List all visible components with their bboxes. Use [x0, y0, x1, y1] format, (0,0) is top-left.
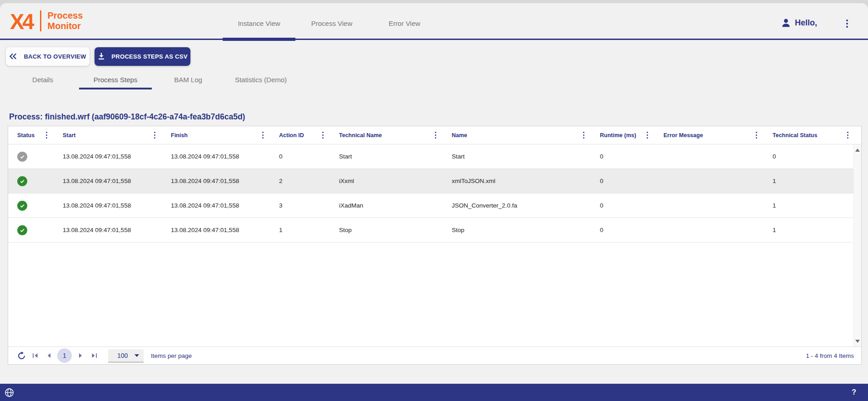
first-page-button[interactable] — [28, 349, 42, 362]
column-label: Finish — [171, 132, 188, 139]
column-menu-icon[interactable] — [583, 131, 585, 139]
cell-start: 13.08.2024 09:47:01,558 — [54, 144, 162, 168]
status-check-icon — [17, 152, 27, 162]
logo-divider — [40, 10, 41, 31]
tab-process-view-label: Process View — [311, 20, 353, 27]
column-menu-icon[interactable] — [756, 131, 758, 139]
last-page-button[interactable] — [87, 349, 101, 362]
cell-action-id: 2 — [270, 169, 330, 193]
table-row[interactable]: 13.08.2024 09:47:01,558 13.08.2024 09:47… — [8, 169, 861, 193]
cell-runtime: 0 — [591, 193, 654, 218]
column-menu-icon[interactable] — [847, 131, 849, 139]
back-to-overview-button[interactable]: BACK TO OVERVIEW — [6, 47, 90, 66]
column-header-name[interactable]: Name — [443, 126, 591, 144]
cell-action-id: 1 — [270, 218, 330, 242]
column-menu-icon[interactable] — [435, 131, 437, 139]
overflow-menu-icon[interactable] — [846, 19, 848, 29]
language-button[interactable] — [5, 388, 14, 397]
cell-error-message — [654, 193, 763, 218]
process-steps-csv-button[interactable]: PROCESS STEPS AS CSV — [95, 47, 190, 66]
csv-button-label: PROCESS STEPS AS CSV — [111, 53, 187, 60]
cell-action-id: 3 — [270, 193, 330, 218]
cell-finish: 13.08.2024 09:47:01,558 — [162, 193, 270, 218]
table-row[interactable]: 13.08.2024 09:47:01,558 13.08.2024 09:47… — [8, 193, 861, 218]
column-menu-icon[interactable] — [46, 131, 48, 139]
column-label: Action ID — [279, 132, 304, 139]
column-menu-icon[interactable] — [647, 131, 649, 139]
cell-technical-status: 0 — [763, 144, 861, 168]
next-page-button[interactable] — [74, 349, 87, 362]
column-header-status[interactable]: Status — [8, 126, 54, 144]
user-menu[interactable]: Hello, — [781, 3, 817, 39]
current-page-button[interactable]: 1 — [57, 348, 72, 363]
column-label: Status — [17, 132, 35, 139]
tab-error-view[interactable]: Error View — [368, 3, 441, 39]
column-header-error-message[interactable]: Error Message — [654, 126, 763, 144]
refresh-button[interactable] — [15, 349, 28, 362]
status-check-icon — [17, 225, 27, 235]
cell-finish: 13.08.2024 09:47:01,558 — [162, 144, 270, 168]
column-menu-icon[interactable] — [154, 131, 156, 139]
process-steps-table: Status Start Finish Action ID Technical … — [8, 126, 862, 365]
app-footer: ? — [0, 384, 868, 401]
cell-finish: 13.08.2024 09:47:01,558 — [162, 169, 270, 193]
x4-logo: X4 — [10, 10, 33, 32]
product-name: Process Monitor — [48, 10, 83, 31]
subtab-statistics[interactable]: Statistics (Demo) — [224, 70, 297, 89]
column-label: Name — [452, 132, 467, 139]
cell-technical-name: iXxml — [330, 169, 443, 193]
cell-error-message — [654, 218, 763, 242]
cell-status — [8, 169, 54, 193]
subtab-statistics-label: Statistics (Demo) — [235, 76, 287, 84]
cell-error-message — [654, 169, 763, 193]
column-menu-icon[interactable] — [322, 131, 324, 139]
cell-name: xmlToJSON.xml — [443, 169, 591, 193]
cell-technical-name: Start — [330, 144, 443, 168]
cell-start: 13.08.2024 09:47:01,558 — [54, 193, 162, 218]
table-header-row: Status Start Finish Action ID Technical … — [8, 126, 861, 144]
detail-tabs: Details Process Steps BAM Log Statistics… — [6, 70, 868, 89]
app-header: X4 Process Monitor Instance View Process… — [0, 3, 868, 40]
cell-status — [8, 144, 54, 168]
cell-technical-name: iXadMan — [330, 193, 443, 218]
column-header-technical-status[interactable]: Technical Status — [763, 126, 861, 144]
column-header-technical-name[interactable]: Technical Name — [330, 126, 443, 144]
cell-technical-name: Stop — [330, 218, 443, 242]
column-header-start[interactable]: Start — [54, 126, 162, 144]
tab-instance-view-label: Instance View — [238, 20, 280, 27]
cell-action-id: 0 — [270, 144, 330, 168]
table-body: 13.08.2024 09:47:01,558 13.08.2024 09:47… — [8, 144, 861, 347]
cell-technical-status: 1 — [763, 218, 861, 242]
previous-page-button[interactable] — [42, 349, 55, 362]
subtab-process-steps[interactable]: Process Steps — [79, 70, 152, 89]
cell-error-message — [654, 144, 763, 168]
scroll-down-icon[interactable] — [854, 338, 862, 344]
status-check-icon — [17, 201, 27, 211]
column-header-runtime[interactable]: Runtime (ms) — [591, 126, 654, 144]
back-button-label: BACK TO OVERVIEW — [24, 53, 86, 60]
page-size-select[interactable]: 100 — [108, 349, 144, 362]
main-nav-tabs: Instance View Process View Error View — [223, 3, 441, 39]
table-row[interactable]: 13.08.2024 09:47:01,558 13.08.2024 09:47… — [8, 218, 861, 243]
help-button[interactable]: ? — [852, 388, 856, 396]
tab-process-view[interactable]: Process View — [295, 3, 368, 39]
column-label: Start — [63, 132, 75, 139]
column-header-finish[interactable]: Finish — [162, 126, 270, 144]
cell-runtime: 0 — [591, 169, 654, 193]
toolbar: BACK TO OVERVIEW PROCESS STEPS AS CSV — [0, 40, 868, 70]
first-page-icon — [32, 353, 38, 358]
cell-status — [8, 218, 54, 242]
brand-logo[interactable]: X4 Process Monitor — [10, 10, 83, 32]
tab-instance-view[interactable]: Instance View — [223, 3, 295, 39]
column-header-action-id[interactable]: Action ID — [270, 126, 330, 144]
vertical-scrollbar[interactable] — [853, 144, 861, 347]
table-row[interactable]: 13.08.2024 09:47:01,558 13.08.2024 09:47… — [8, 144, 861, 169]
column-menu-icon[interactable] — [262, 131, 264, 139]
subtab-bam-log[interactable]: BAM Log — [152, 70, 224, 89]
cell-runtime: 0 — [591, 218, 654, 242]
scroll-up-icon[interactable] — [854, 147, 862, 153]
cell-start: 13.08.2024 09:47:01,558 — [54, 218, 162, 242]
app-root: X4 Process Monitor Instance View Process… — [0, 3, 868, 401]
subtab-details[interactable]: Details — [6, 70, 79, 89]
subtab-bam-log-label: BAM Log — [174, 76, 202, 84]
